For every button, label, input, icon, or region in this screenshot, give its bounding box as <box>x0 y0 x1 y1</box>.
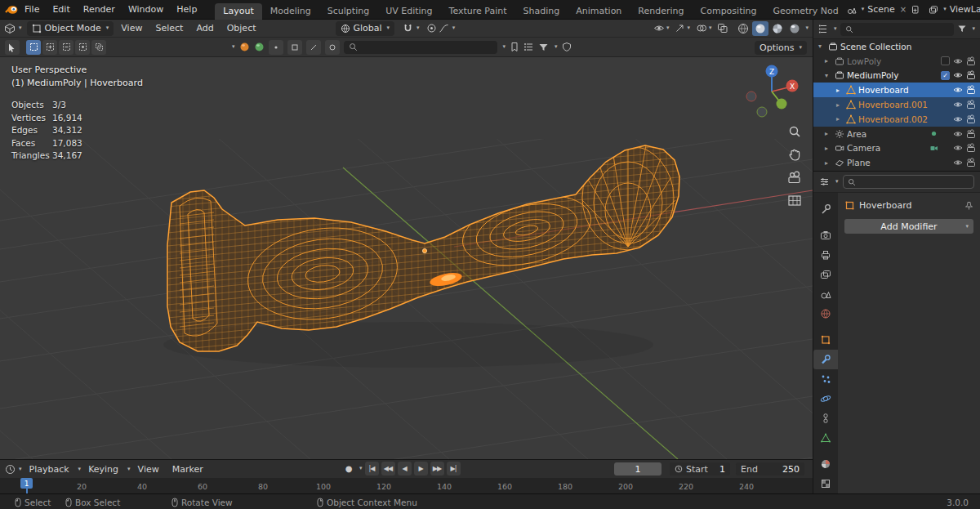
snap-option-button-2[interactable] <box>287 40 302 55</box>
viewlayer-name[interactable]: ViewLayer <box>950 4 980 15</box>
gizmo-toggle-icon[interactable] <box>675 23 685 33</box>
menu-window[interactable]: Window <box>122 0 170 20</box>
snap-option-button-1[interactable] <box>269 40 283 55</box>
disclosure-icon[interactable]: ▸ <box>825 57 832 65</box>
properties-editor-chevron-icon[interactable]: ▾ <box>835 179 839 185</box>
disable-render-camera-icon[interactable] <box>966 114 976 124</box>
outliner-filter-icon[interactable] <box>957 25 967 33</box>
playhead-badge[interactable]: 1 <box>20 478 33 489</box>
tab-world-icon[interactable] <box>813 304 838 324</box>
xray-toggle-icon[interactable] <box>717 23 728 33</box>
disable-render-camera-icon[interactable] <box>966 129 976 139</box>
tab-rendering[interactable]: Rendering <box>630 3 692 20</box>
timeline-ruler[interactable]: 20 40 60 80 100 120 140 160 180 200 220 … <box>0 478 813 494</box>
menu-marker[interactable]: Marker <box>167 464 209 475</box>
select-mode-intersect-icon[interactable] <box>91 40 106 55</box>
tab-texture-paint[interactable]: Texture Paint <box>441 3 515 20</box>
options-button[interactable]: Options ▾ <box>755 41 807 55</box>
falloff-chevron-icon[interactable]: ▾ <box>452 25 456 31</box>
camera-view-icon[interactable] <box>786 170 803 186</box>
falloff-curve-icon[interactable] <box>439 23 449 33</box>
editor-type-chevron-icon[interactable]: ▾ <box>19 25 22 31</box>
editor-type-icon[interactable] <box>4 23 16 34</box>
frame-start-field[interactable]: Start 1 <box>670 462 730 476</box>
outliner-row-plane[interactable]: ▸ Plane <box>813 155 980 170</box>
auto-key-chevron-icon[interactable]: ▾ <box>359 466 363 471</box>
next-keyframe-button[interactable]: ▶▶ <box>430 462 444 476</box>
visibility-chevron-icon[interactable]: ▾ <box>666 25 670 31</box>
tab-render-icon[interactable] <box>813 225 838 245</box>
tab-output-icon[interactable] <box>813 245 838 265</box>
menu-select[interactable]: Select <box>149 23 189 33</box>
light-data-icon[interactable] <box>929 129 938 138</box>
overlays-toggle-icon[interactable] <box>696 23 707 33</box>
tab-tool-icon[interactable] <box>813 199 838 219</box>
hide-eye-icon[interactable] <box>953 100 963 109</box>
list-icon[interactable] <box>523 42 534 52</box>
tab-uv-editing[interactable]: UV Editing <box>377 3 440 20</box>
filter-chevron-icon[interactable]: ▾ <box>555 44 558 50</box>
pin-icon[interactable] <box>964 201 973 211</box>
tab-modifiers-icon[interactable] <box>813 350 838 369</box>
disclosure-icon[interactable]: ▸ <box>836 115 844 123</box>
scene-unlink-icon[interactable]: × <box>898 5 908 14</box>
outliner-row-scene-collection[interactable]: ▾ Scene Collection <box>813 39 980 54</box>
disclosure-icon[interactable]: ▸ <box>825 159 832 167</box>
menu-render[interactable]: Render <box>77 0 122 20</box>
tab-shading[interactable]: Shading <box>515 3 568 20</box>
shading-rendered-icon[interactable] <box>786 21 803 36</box>
previous-keyframe-button[interactable]: ◀◀ <box>381 462 395 476</box>
menu-file[interactable]: File <box>18 0 46 20</box>
disclosure-icon[interactable]: ▸ <box>825 130 832 137</box>
snap-chevron-icon[interactable]: ▾ <box>416 25 420 31</box>
outliner-row-hoverboard-001[interactable]: ▸ Hoverboard.001 <box>813 97 980 112</box>
viewlayer-chevron-icon[interactable]: ▾ <box>943 7 947 12</box>
tool-search-input[interactable] <box>344 41 497 54</box>
menu-help[interactable]: Help <box>170 0 203 20</box>
outliner-row-area[interactable]: ▸ Area <box>813 127 980 141</box>
zoom-tool-icon[interactable] <box>786 124 803 141</box>
tab-sculpting[interactable]: Sculpting <box>319 3 377 20</box>
outliner-row-camera[interactable]: ▸ Camera <box>813 141 980 156</box>
overlays-chevron-icon[interactable]: ▾ <box>709 25 712 31</box>
collection-checkbox[interactable] <box>941 56 950 65</box>
select-mode-extend-icon[interactable] <box>42 40 57 55</box>
auto-key-icon[interactable]: ● <box>341 462 355 476</box>
outliner-editor-icon[interactable] <box>818 24 829 34</box>
active-tool-icon[interactable] <box>5 40 20 55</box>
viewlayer-icon[interactable] <box>929 5 938 15</box>
shield-icon[interactable] <box>562 42 572 52</box>
scene-icon[interactable] <box>847 5 857 15</box>
scene-chevron-icon[interactable]: ▾ <box>862 7 865 12</box>
perspective-toggle-icon[interactable] <box>786 193 803 209</box>
select-mode-subtract-icon[interactable] <box>59 40 74 55</box>
shading-chevron-icon[interactable]: ▾ <box>805 25 808 31</box>
snap-magnet-icon[interactable] <box>403 23 413 33</box>
frame-end-field[interactable]: End 250 <box>736 462 804 476</box>
outliner-row-hoverboard[interactable]: ▸ Hoverboard <box>813 83 980 97</box>
tab-modeling[interactable]: Modeling <box>262 3 319 20</box>
menu-view[interactable]: View <box>115 23 148 33</box>
outliner-row-mediumpoly[interactable]: ▾ MediumPoly ✓ <box>813 69 980 83</box>
new-scene-icon[interactable] <box>911 5 920 15</box>
orange-sphere-icon[interactable] <box>239 42 250 52</box>
filter-funnel-icon[interactable] <box>538 42 549 52</box>
collection-checkbox[interactable]: ✓ <box>941 71 950 80</box>
disable-render-camera-icon[interactable] <box>966 143 976 153</box>
breadcrumb-object-name[interactable]: Hoverboard <box>859 200 912 211</box>
menu-view-timeline[interactable]: View <box>132 464 165 475</box>
snap-option-button-3[interactable] <box>306 40 321 55</box>
disable-render-camera-icon[interactable] <box>966 85 976 95</box>
tab-material-icon[interactable] <box>813 454 838 474</box>
tab-texture-icon[interactable] <box>813 474 838 493</box>
outliner-row-lowpoly[interactable]: ▸ LowPoly <box>813 54 980 69</box>
disable-render-camera-icon[interactable] <box>966 56 976 66</box>
tab-geometry-nodes[interactable]: Geometry Nod <box>764 3 846 20</box>
play-reverse-button[interactable]: ◀ <box>398 462 412 476</box>
scene-name[interactable]: Scene <box>867 4 895 15</box>
hide-eye-icon[interactable] <box>953 70 963 80</box>
disclosure-icon[interactable]: ▸ <box>836 101 844 109</box>
tool-options-chevron-icon[interactable]: ▾ <box>232 44 235 50</box>
tab-object-icon[interactable] <box>813 330 838 350</box>
transform-orientation-selector[interactable]: Global ▾ <box>336 21 395 36</box>
